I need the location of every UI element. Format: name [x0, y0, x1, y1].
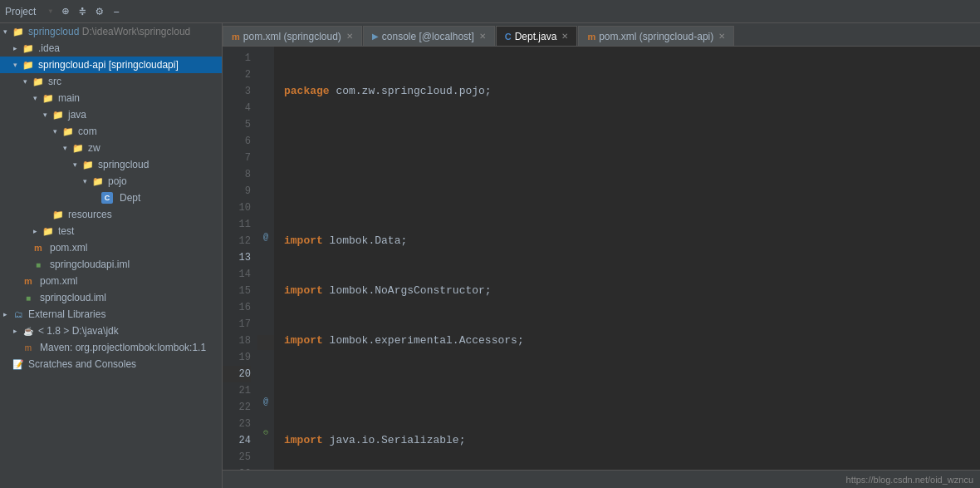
arrow-resources: [43, 210, 51, 219]
label-com: com: [78, 126, 97, 137]
label-external-libs: External Libraries: [28, 308, 105, 320]
folder-icon-api: 📁: [22, 58, 35, 71]
label-pojo: pojo: [108, 175, 127, 187]
tab-pom-springcloud[interactable]: m pom.xml (springcloud) ✕: [223, 26, 362, 46]
gutter-19: [257, 320, 274, 335]
label-idea: .idea: [38, 42, 60, 54]
sidebar-item-zw[interactable]: ▾ 📁 zw: [0, 140, 222, 156]
label-main: main: [58, 92, 80, 104]
class-icon-dept: C: [101, 192, 113, 204]
sidebar-item-maven-lombok[interactable]: m Maven: org.projectlombok:lombok:1.1: [0, 339, 222, 356]
folder-icon-main: 📁: [42, 91, 55, 105]
tab-console[interactable]: ▶ console [@localhost] ✕: [363, 26, 495, 46]
toolbar-icon-minimize[interactable]: –: [110, 3, 123, 20]
tab-close-pom-sc[interactable]: ✕: [346, 32, 353, 41]
arrow-maven-lombok: [13, 343, 22, 352]
sidebar-item-idea[interactable]: ▸ 📁 .idea: [0, 40, 222, 57]
code-line-3: [284, 183, 980, 200]
gutter-12: [257, 214, 274, 229]
sidebar-item-src[interactable]: ▾ 📁 src: [0, 73, 222, 90]
gutter-17: [257, 290, 274, 305]
sidebar-item-pkg-springcloud[interactable]: ▾ 📁 springcloud: [0, 156, 222, 173]
label-src: src: [48, 76, 61, 87]
editor-area: m pom.xml (springcloud) ✕ ▶ console [@lo…: [223, 23, 980, 488]
tab-close-console[interactable]: ✕: [479, 32, 486, 41]
label-maven-lombok: Maven: org.projectlombok:lombok:1.1: [40, 342, 206, 353]
gutter-13: @: [257, 229, 274, 244]
tab-label-dept: Dept.java: [515, 31, 557, 42]
iml-icon-root: ■: [22, 291, 35, 304]
label-api: springcloud-api [springcloudapi]: [38, 59, 179, 71]
left-gutter: @ @ ⊖: [257, 47, 274, 470]
tab-pom-api[interactable]: m pom.xml (springcloud-api) ✕: [578, 26, 734, 46]
label-dept: Dept: [120, 192, 140, 204]
toolbar-separator: ▾: [47, 5, 53, 17]
code-line-7: [284, 382, 980, 399]
label-pom-api: pom.xml: [50, 242, 87, 254]
sidebar-item-pom-api[interactable]: m pom.xml: [0, 239, 222, 256]
sidebar-item-com[interactable]: ▾ 📁 com: [0, 123, 222, 140]
label-test: test: [58, 225, 74, 237]
gutter-8: [257, 155, 274, 170]
arrow-src: ▾: [23, 77, 32, 86]
sidebar-item-scratches[interactable]: 📝 Scratches and Consoles: [0, 356, 222, 372]
gutter-26: ⊖: [257, 425, 274, 440]
toolbar-icon-settings[interactable]: ⚙: [92, 2, 105, 20]
tab-close-dept[interactable]: ✕: [561, 32, 568, 41]
project-title: Project: [5, 6, 36, 17]
sidebar-item-test[interactable]: ▸ 📁 test: [0, 223, 222, 239]
code-content[interactable]: package com.zw.springcloud.pojo; import …: [274, 47, 980, 470]
toolbar: Project ▾ ⊕ ≑ ⚙ –: [0, 0, 980, 23]
sidebar-item-main[interactable]: ▾ 📁 main: [0, 90, 222, 106]
label-scratches: Scratches and Consoles: [28, 358, 136, 370]
gutter-16: [257, 274, 274, 289]
label-resources: resources: [68, 209, 112, 220]
toolbar-icon-add[interactable]: ⊕: [59, 2, 72, 20]
xml-icon-pom-api: m: [32, 241, 45, 254]
arrow-api: ▾: [13, 61, 22, 69]
label-pkg-springcloud: springcloud: [98, 159, 149, 170]
sidebar-item-pojo[interactable]: ▾ 📁 pojo: [0, 173, 222, 190]
folder-icon-springcloud: 📁: [12, 25, 25, 38]
gutter-28: [257, 455, 274, 470]
folder-icon-pkg-springcloud: 📁: [81, 158, 95, 171]
sidebar-item-external-libs[interactable]: ▸ 🗂 External Libraries: [0, 306, 222, 323]
tab-icon-pom-api: m: [587, 32, 595, 42]
arrow-zw: ▾: [63, 144, 71, 152]
status-bar: https://blog.csdn.net/oid_wzncu: [223, 470, 980, 488]
folder-icon-zw: 📁: [71, 141, 85, 155]
gutter-7: [257, 140, 274, 155]
folder-icon-com: 📁: [61, 125, 75, 138]
label-java: java: [68, 109, 86, 121]
toolbar-icon-layout[interactable]: ≑: [76, 2, 89, 20]
tab-dept[interactable]: C Dept.java ✕: [496, 26, 578, 46]
gutter-22: [257, 365, 274, 380]
sidebar-item-iml-api[interactable]: ■ springcloudapi.iml: [0, 256, 222, 273]
label-zw: zw: [88, 142, 100, 154]
xml-icon-pom-root: m: [22, 274, 35, 288]
code-line-6: import lombok.experimental.Accessors;: [284, 333, 980, 349]
gutter-18: [257, 305, 274, 320]
gutter-25: [257, 410, 274, 425]
code-line-4: import lombok.Data;: [284, 233, 980, 249]
sidebar-item-springcloud-api[interactable]: ▾ 📁 springcloud-api [springcloudapi]: [0, 57, 222, 73]
gutter-21: [257, 350, 274, 365]
sidebar-item-java[interactable]: ▾ 📁 java: [0, 106, 222, 123]
code-editor[interactable]: 1 2 3 4 5 6 7 8 9 10 11 12 13 14 15 16 1…: [223, 47, 980, 470]
arrow-com: ▾: [53, 127, 61, 136]
sidebar-item-resources[interactable]: 📁 resources: [0, 206, 222, 223]
sidebar-item-iml-root[interactable]: ■ springcloud.iml: [0, 289, 222, 306]
arrow-java: ▾: [43, 111, 51, 119]
sidebar-item-jdk[interactable]: ▸ ☕ < 1.8 > D:\java\jdk: [0, 323, 222, 339]
code-line-2: [284, 133, 980, 150]
arrow-external: ▸: [3, 310, 12, 318]
sidebar-item-pom-root[interactable]: m pom.xml: [0, 273, 222, 289]
sidebar-item-springcloud[interactable]: ▾ 📁 springcloud D:\ideaWork\springcloud: [0, 23, 222, 40]
sidebar-item-dept[interactable]: C Dept: [0, 190, 222, 206]
arrow-scratches: [3, 360, 12, 368]
status-url: https://blog.csdn.net/oid_wzncu: [846, 475, 973, 485]
main-area: ▾ 📁 springcloud D:\ideaWork\springcloud …: [0, 23, 980, 488]
folder-icon-pojo: 📁: [91, 175, 105, 188]
tab-close-pom-api[interactable]: ✕: [718, 32, 725, 41]
gutter-14: [257, 244, 274, 259]
